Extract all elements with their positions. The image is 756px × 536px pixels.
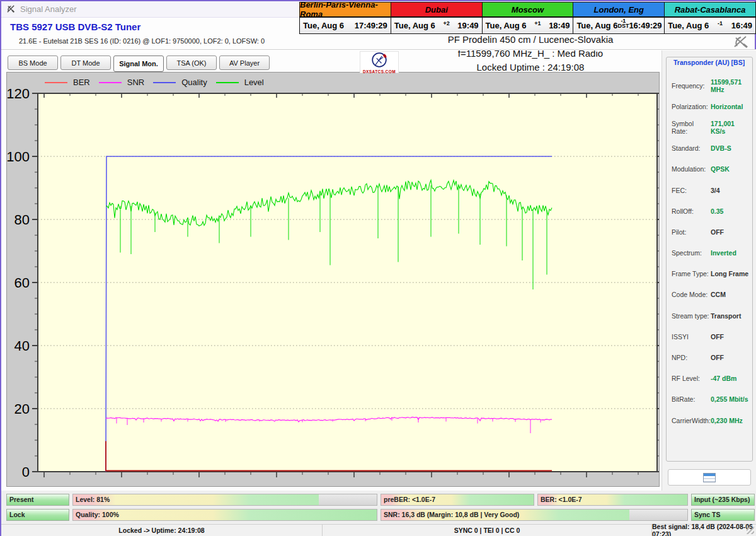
meter-snr: SNR: 16,3 dB (Margin: 10,8 dB | Very Goo… [381,509,688,521]
legend-label: SNR [127,78,144,87]
field-label: RF Level: [672,375,711,382]
meter-label: Quality: 100% [76,511,119,518]
tab-av-player[interactable]: AV Player [219,55,270,70]
world-clocks: Berlin-Paris-Vienna-RomaTue, Aug 617:49:… [300,2,756,34]
svg-text:20: 20 [14,401,30,417]
list-window-icon [703,473,716,482]
svg-text:0: 0 [22,464,30,480]
svg-text:40: 40 [14,338,30,354]
dxsatcs-logo: DXSATCS.COM [360,51,399,73]
transponder-title: Transponder (AU) [BS] [672,59,747,66]
field-label: Spectrum: [672,249,711,257]
clock-city-label: Berlin-Paris-Vienna-Roma [300,3,391,18]
clock-time: 16:49 [731,21,752,30]
field-value: CCM [711,291,726,298]
clock-dubai: DubaiTue, Aug 6+219:49 [391,2,483,34]
clock-date: Tue, Aug 6 [486,21,527,30]
meter-quality: Quality: 100% [72,509,377,521]
clock-utc-offset: -1 [709,21,731,26]
field-label: BitRate: [672,395,711,403]
transponder-row-npd-: NPD:OFF [672,347,750,368]
statusbar-best-signal: Best signal: 18,4 dB (2024-08-06 07:23) [652,525,756,536]
transponder-row-pilot-: Pilot:OFF [672,221,750,242]
legend-swatch-snr [99,82,122,83]
clock-city-label: London, Eng [573,3,664,18]
tab-bs-mode[interactable]: BS Mode [8,55,58,70]
title-bar: Signal Analyzer [1,1,299,18]
field-label: RollOff: [672,207,711,215]
clock-time: 16:49:29 [629,21,662,30]
transponder-row-modulation-: Modulation:QPSK [672,159,750,180]
clock-berlin-paris-vienna-roma: Berlin-Paris-Vienna-RomaTue, Aug 617:49:… [299,2,391,34]
clock-utc-offset: +2 [435,21,458,26]
legend-item-snr: SNR [99,78,144,87]
window-title: Signal Analyzer [20,4,77,14]
indicator-lock: Lock [6,509,69,521]
legend-label: BER [73,78,90,87]
field-label: ISSYI [672,333,711,341]
mode-tabs: BS ModeDT ModeSignal Mon.TSA (OK)AV Play… [8,55,270,72]
meter-unfilled [319,494,377,505]
field-value: -47 dBm [711,375,736,382]
clock-utc-offset: -1DST [617,18,629,28]
field-value: 11599,571 MHz [711,78,750,93]
meter-label: SNR: 16,3 dB (Margin: 10,8 dB | Very Goo… [384,511,519,518]
signal-analyzer-window: Signal Analyzer Berlin-Paris-Vienna-Roma… [0,0,756,536]
resize-grip[interactable] [747,527,754,534]
transponder-row-polarization-: Polarization:Horizontal [672,96,750,117]
meter-level: Level: 81% [72,494,377,506]
field-value: QPSK [711,165,730,173]
dxsatcs-logo-icon [371,52,387,68]
transponder-row-rolloff-: RollOff:0.35 [672,201,750,221]
field-value: 0,255 Mbit/s [711,395,748,403]
transponder-row-symbol-rate-: Symbol Rate:171,001 KS/s [672,117,750,137]
statusbar-sync-counters: SYNC 0 | TEI 0 | CC 0 [323,525,652,536]
legend-item-level: Level [216,78,264,87]
field-value: DVB-S [711,144,731,152]
svg-text:100: 100 [7,149,30,165]
tab-dt-mode[interactable]: DT Mode [60,55,111,70]
field-label: FEC: [672,187,711,194]
clock-date: Tue, Aug 6 [394,21,435,30]
meter-unfilled [629,510,687,520]
transponder-groupbox: Transponder (AU) [BS] Frequency:11599,57… [666,57,753,462]
field-value: Long Frame [711,270,748,277]
clock-time-row: Tue, Aug 6-116:49 [665,18,755,33]
legend-swatch-level [216,82,239,83]
field-label: Frame Type: [672,270,711,277]
clock-london-eng: London, EngTue, Aug 6-1DST16:49:29 [573,2,665,34]
transponder-panel: Transponder (AU) [BS] Frequency:11599,57… [662,50,756,536]
signal-chart-box: BERSNRQualityLevel 020406080100120 [6,72,660,487]
transponder-row-fec-: FEC:3/4 [672,180,750,201]
tab-signal-mon-[interactable]: Signal Mon. [113,55,164,72]
tab-tsa-ok-[interactable]: TSA (OK) [166,55,217,70]
field-label: Standard: [672,144,711,152]
clock-time-row: Tue, Aug 6+219:49 [391,18,482,33]
transponder-row-issyi: ISSYIOFF [672,326,750,347]
clock-time: 19:49 [457,21,478,30]
indicator-present: Present [6,494,69,506]
legend-swatch-quality [153,82,176,83]
svg-text:120: 120 [7,86,30,102]
status-bar: Locked -> Uptime: 24:19:08 SYNC 0 | TEI … [1,524,756,536]
dxsatcs-logo-text: DXSATCS.COM [360,69,398,74]
header-divider [1,49,756,50]
clock-date: Tue, Aug 6 [576,21,617,30]
field-label: Modulation: [672,165,711,173]
field-label: Symbol Rate: [672,120,711,135]
stream-list-button[interactable] [668,469,751,486]
legend-item-ber: BER [45,78,90,87]
clock-time-row: Tue, Aug 6+118:49 [483,18,573,33]
field-value: 0,230 MHz [711,417,743,424]
clock-time-row: Tue, Aug 6-1DST16:49:29 [573,18,664,33]
status-meters: PresentLevel: 81%preBER: <1.0E-7BER: <1.… [1,491,756,524]
clock-time: 18:49 [549,21,570,30]
field-label: Polarization: [672,103,711,110]
transponder-row-bitrate-: BitRate:0,255 Mbit/s [672,389,750,410]
clock-city-label: Moscow [483,3,573,18]
transponder-row-carrierwidth-: CarrierWidth:0,230 MHz [672,410,750,431]
svg-text:60: 60 [14,275,30,291]
meter-label: Level: 81% [76,496,110,503]
field-value: 0.35 [711,207,723,215]
transponder-row-spectrum-: Spectrum:Inverted [672,243,750,264]
